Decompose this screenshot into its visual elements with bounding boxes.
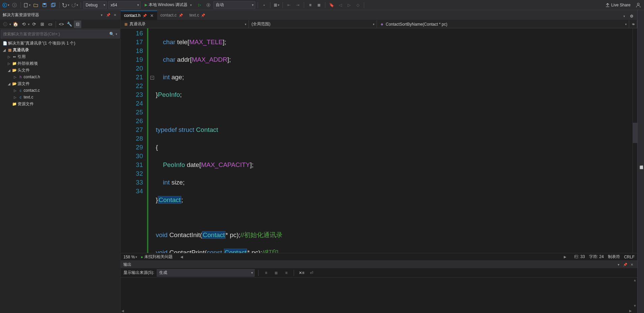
source-file-node[interactable]: ▷ c contact.c (0, 87, 120, 94)
auto-select[interactable]: 自动 (213, 1, 255, 9)
solution-node[interactable]: 📄 解决方案"真通讯录"(1 个项目/共 1 个) (0, 40, 120, 47)
explorer-search-input[interactable] (3, 32, 109, 36)
home-icon-button[interactable]: 🏠 (12, 21, 19, 28)
output-panel: 输出 ▾ 📌 ✕ 显示输出来源(S): 生成 ≡ ≣ ≡ ✕≡ ⏎ (121, 260, 637, 313)
save-button[interactable] (41, 1, 48, 9)
panel-close-icon[interactable]: ✕ (112, 12, 118, 18)
nav-project-select[interactable]: ▦ 真通讯录 (121, 20, 249, 28)
comment-button[interactable]: ≡ (306, 1, 314, 9)
horizontal-scrollbar[interactable]: ◀ ▶ (179, 255, 567, 259)
panel-dropdown-icon[interactable]: ▾ (99, 12, 104, 18)
output-vscroll[interactable]: ▲ ▼ (633, 278, 637, 308)
source-file-node[interactable]: ▷ c text.c (0, 94, 120, 101)
tab-text-c[interactable]: text.c 📌 (186, 10, 209, 20)
panel-close-icon[interactable]: ✕ (629, 262, 635, 267)
bookmark-prev-button[interactable]: ◁ (336, 1, 344, 9)
output-btn-1[interactable]: ≡ (262, 269, 270, 277)
eol-indicator[interactable]: CRLF (624, 255, 635, 259)
tab-contact-c[interactable]: contact.c 📌 (157, 10, 186, 20)
view-button[interactable]: ⊞▾ (273, 1, 280, 9)
output-toolbar: 显示输出来源(S): 生成 ≡ ≣ ≡ ✕≡ ⏎ (121, 268, 637, 278)
git-button[interactable]: ⟳ (30, 21, 38, 28)
panel-pin-icon[interactable]: 📌 (622, 262, 628, 267)
panel-pin-icon[interactable]: 📌 (106, 12, 111, 18)
undo-button[interactable]: ▾ (62, 1, 69, 9)
close-icon[interactable]: ✕ (150, 13, 154, 18)
back-icon (3, 22, 7, 26)
live-share-button[interactable]: Live Share (604, 3, 632, 7)
tab-overflow-button[interactable]: ▾ (620, 12, 628, 20)
code-button[interactable]: <> (58, 21, 65, 28)
output-clear-button[interactable]: ✕≡ (298, 269, 305, 277)
output-header: 输出 ▾ 📌 ✕ (121, 261, 637, 268)
nav-member-select[interactable]: ◈ ContactSortByName(Contact * pc) (377, 20, 629, 28)
filter-button[interactable]: ⊞ (38, 21, 46, 28)
cursor-col[interactable]: 字符: 24 (589, 254, 604, 260)
output-hscroll[interactable]: ◀ ▶ (121, 308, 633, 313)
scroll-down-icon[interactable]: ▼ (633, 304, 637, 308)
indent-right-button[interactable]: ⇥ (294, 1, 301, 9)
output-btn-2[interactable]: ≣ (272, 269, 280, 277)
wrench-button[interactable]: 🔧 (66, 21, 73, 28)
code-content[interactable]: char tele[MAX_TELE]; char addr[MAX_ADDR]… (156, 28, 633, 253)
headers-folder-node[interactable]: ◢ 📂 头文件 (0, 67, 120, 74)
resources-folder-node[interactable]: 📁 资源文件 (0, 101, 120, 107)
window-icon-1[interactable]: ▫ (260, 1, 268, 9)
scroll-right-icon[interactable]: ▶ (629, 309, 632, 313)
bookmark-next-button[interactable]: ▷ (345, 1, 353, 9)
uncomment-button[interactable]: ≣ (315, 1, 323, 9)
home-button[interactable] (1, 21, 9, 28)
sources-folder-node[interactable]: ◢ 📂 源文件 (0, 80, 120, 87)
output-body[interactable]: ▲ ▼ ◀ ▶ (121, 278, 637, 313)
external-deps-node[interactable]: ▷ 📁 外部依赖项 (0, 60, 120, 67)
output-wrap-button[interactable]: ⏎ (308, 269, 315, 277)
scrollbar[interactable] (633, 28, 637, 253)
stop-button[interactable] (205, 1, 212, 9)
bookmark-button[interactable]: 🔖 (328, 1, 335, 9)
config-select[interactable]: Debug (83, 1, 107, 9)
svg-rect-6 (52, 3, 55, 6)
tab-contact-h[interactable]: contact.h 📌 ✕ (121, 10, 157, 20)
cursor-line[interactable]: 行: 33 (574, 254, 585, 260)
tab-settings-button[interactable]: ⚙ (628, 12, 635, 20)
scroll-right-icon[interactable]: ▶ (563, 255, 567, 259)
output-source-select[interactable]: 生成 (157, 269, 255, 277)
open-file-button[interactable] (32, 1, 39, 9)
scroll-up-icon[interactable]: ▲ (633, 278, 637, 282)
bookmark-clear-button[interactable]: ◇ (354, 1, 361, 9)
zoom-control[interactable]: 158 % ▾ (123, 255, 137, 259)
run-no-debug-button[interactable]: ▷ (196, 1, 203, 9)
new-item-button[interactable]: ▾ (23, 1, 31, 9)
redo-button[interactable]: ▾ (71, 1, 78, 9)
indent-left-button[interactable]: ⇤ (285, 1, 293, 9)
fold-toggle[interactable]: − (150, 76, 154, 80)
platform-select[interactable]: x64 (108, 1, 141, 9)
pin-icon[interactable]: 📌 (201, 13, 205, 17)
account-button[interactable] (635, 1, 642, 9)
panel-dropdown-icon[interactable]: ▾ (616, 262, 621, 267)
issues-indicator[interactable]: ● 未找到相关问题 (141, 254, 173, 260)
save-all-button[interactable] (50, 1, 57, 9)
code-editor[interactable]: 16171819202122232425262728293031323334 −… (121, 28, 637, 253)
run-debugger-button[interactable]: ▶ 本地 Windows 调试器 ▾ (142, 1, 195, 9)
explorer-search[interactable]: 🔍 ▾ (1, 30, 120, 38)
scroll-left-icon[interactable]: ◀ (121, 309, 124, 313)
scroll-left-icon[interactable]: ◀ (179, 255, 184, 259)
references-node[interactable]: ▷ ▪▪ 引用 (0, 53, 120, 60)
pin-icon[interactable]: 📌 (179, 13, 183, 17)
header-file-node[interactable]: ▷ h contact.h (0, 74, 120, 80)
collapse-button[interactable]: ⊟ (74, 21, 81, 28)
rail-server-explorer[interactable]: 服务器资源管理器 (639, 161, 644, 164)
show-all-button[interactable]: ▭ (47, 21, 54, 28)
output-btn-3[interactable]: ≡ (283, 269, 290, 277)
nav-back-button[interactable]: ▾ (2, 1, 9, 9)
scroll-thumb[interactable] (633, 123, 637, 143)
project-node[interactable]: ◢ ▦ 真通讯录 (0, 47, 120, 53)
play-outline-icon: ▷ (198, 3, 201, 7)
pin-icon[interactable]: 📌 (143, 14, 147, 18)
nav-forward-button[interactable] (11, 1, 18, 9)
tabs-indicator[interactable]: 制表符 (608, 254, 620, 260)
sync-button[interactable]: ⟲ (20, 21, 27, 28)
nav-scope-select[interactable]: (全局范围) (249, 20, 377, 28)
nav-add-button[interactable]: + (629, 20, 637, 28)
